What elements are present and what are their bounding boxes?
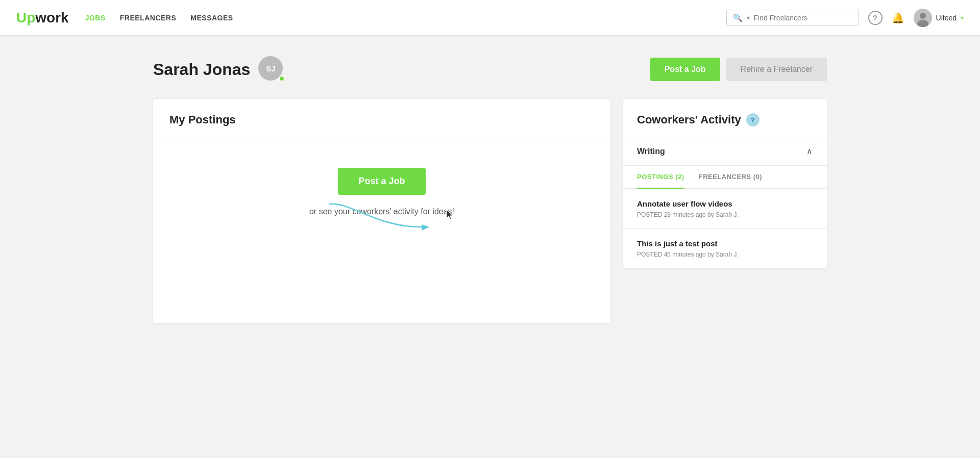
coworkers-header: Coworkers' Activity ? — [623, 99, 827, 126]
postings-card-title: My Postings — [169, 113, 594, 126]
profile-avatar-badge: SJ — [258, 56, 285, 83]
svg-marker-3 — [422, 224, 429, 231]
search-bar[interactable]: 🔍 ▾ — [726, 10, 859, 26]
postings-card: My Postings Post a Job or see your cowor… — [153, 99, 610, 323]
svg-point-1 — [920, 13, 926, 19]
coworkers-info-icon[interactable]: ? — [746, 113, 760, 126]
profile-actions: Post a Job Rehire a Freelancer — [650, 58, 827, 81]
profile-left: Sarah Jonas SJ — [153, 56, 285, 83]
main-nav: JOBS FREELANCERS MESSAGES — [85, 14, 726, 22]
search-input[interactable] — [754, 14, 852, 22]
writing-section: Writing ∧ POSTINGS (2) FREELANCERS (0) A… — [623, 137, 827, 269]
header: Upwork JOBS FREELANCERS MESSAGES 🔍 ▾ ? 🔔… — [0, 0, 980, 36]
posting-item-2: This is just a test post POSTED 45 minut… — [623, 229, 827, 269]
user-area[interactable]: Uifeed ▾ — [914, 9, 964, 27]
coworker-tabs: POSTINGS (2) FREELANCERS (0) — [623, 166, 827, 189]
online-status-dot — [279, 75, 285, 82]
user-avatar — [914, 9, 932, 27]
tab-freelancers[interactable]: FREELANCERS (0) — [699, 166, 763, 189]
postings-card-body: Post a Job or see your coworkers' activi… — [153, 137, 610, 267]
posting-title-1[interactable]: Annotate user flow videos — [637, 199, 813, 208]
nav-freelancers[interactable]: FREELANCERS — [120, 14, 177, 22]
coworkers-arrow — [325, 199, 437, 237]
username-label: Uifeed — [936, 14, 957, 22]
rehire-freelancer-button[interactable]: Rehire a Freelancer — [726, 58, 827, 81]
help-icon[interactable]: ? — [868, 11, 883, 25]
logo-work: work — [35, 10, 68, 26]
search-icon: 🔍 — [733, 13, 743, 22]
user-dropdown-caret[interactable]: ▾ — [961, 14, 964, 21]
writing-label: Writing — [637, 147, 665, 156]
header-right: 🔍 ▾ ? 🔔 Uifeed ▾ — [726, 9, 964, 27]
posting-item-1: Annotate user flow videos POSTED 28 minu… — [623, 189, 827, 229]
post-job-button[interactable]: Post a Job — [650, 58, 720, 81]
tab-postings[interactable]: POSTINGS (2) — [637, 166, 684, 189]
profile-name: Sarah Jonas — [153, 60, 250, 79]
coworkers-title: Coworkers' Activity — [637, 113, 741, 126]
post-job-center-button[interactable]: Post a Job — [338, 168, 425, 195]
posting-meta-2: POSTED 45 minutes ago by Sarah J. — [637, 251, 813, 258]
logo[interactable]: Upwork — [16, 10, 69, 26]
posting-meta-1: POSTED 28 minutes ago by Sarah J. — [637, 211, 813, 218]
writing-row[interactable]: Writing ∧ — [623, 137, 827, 166]
coworkers-card: Coworkers' Activity ? Writing ∧ POSTINGS… — [623, 99, 827, 269]
logo-up: Up — [16, 10, 35, 26]
bell-icon[interactable]: 🔔 — [892, 12, 904, 24]
search-dropdown-caret[interactable]: ▾ — [747, 14, 750, 21]
main-content: Sarah Jonas SJ Post a Job Rehire a Freel… — [82, 36, 898, 344]
writing-chevron-icon[interactable]: ∧ — [806, 146, 813, 156]
postings-card-header: My Postings — [153, 99, 610, 137]
profile-section: Sarah Jonas SJ Post a Job Rehire a Freel… — [153, 56, 827, 83]
nav-messages[interactable]: MESSAGES — [190, 14, 233, 22]
posting-title-2[interactable]: This is just a test post — [637, 239, 813, 248]
two-col-layout: My Postings Post a Job or see your cowor… — [153, 99, 827, 323]
nav-jobs[interactable]: JOBS — [85, 14, 106, 22]
